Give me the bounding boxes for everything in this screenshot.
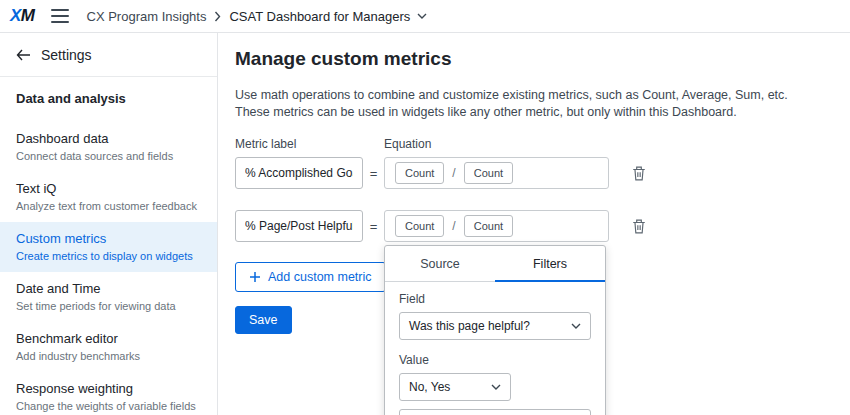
equals-sign: = bbox=[363, 219, 384, 234]
delete-metric-button[interactable] bbox=[630, 217, 648, 236]
settings-label: Settings bbox=[41, 47, 92, 63]
tab-source[interactable]: Source bbox=[385, 246, 495, 281]
popup-body: Field Was this page helpful? Value No, Y… bbox=[385, 282, 605, 415]
metric-label-column-header: Metric label bbox=[235, 137, 384, 151]
sidebar-item-label: Dashboard data bbox=[16, 131, 201, 147]
chevron-down-icon bbox=[491, 384, 501, 390]
sidebar-item-date-and-time[interactable]: Date and Time Set time periods for viewi… bbox=[0, 272, 217, 322]
trash-icon bbox=[632, 219, 646, 234]
value-dropdown-value: No, Yes bbox=[409, 380, 450, 394]
xm-logo-m: M bbox=[21, 6, 35, 25]
metric-label-input[interactable] bbox=[235, 210, 363, 242]
metric-operand-button[interactable]: Count bbox=[464, 215, 513, 237]
tab-filters[interactable]: Filters bbox=[495, 246, 605, 281]
sidebar-item-response-weighting[interactable]: Response weighting Change the weights of… bbox=[0, 372, 217, 415]
sidebar-item-sublabel: Add industry benchmarks bbox=[16, 349, 201, 363]
description-line-1: Use math operations to combine and custo… bbox=[235, 87, 850, 104]
value-label: Value bbox=[399, 353, 591, 367]
column-headers: Metric label Equation bbox=[235, 137, 850, 151]
page-title: Manage custom metrics bbox=[235, 47, 850, 71]
field-dropdown-value: Was this page helpful? bbox=[409, 319, 530, 333]
metric-config-popup: Source Filters Field Was this page helpf… bbox=[384, 245, 606, 415]
sidebar-item-label: Response weighting bbox=[16, 381, 201, 397]
metric-operand-button[interactable]: Count bbox=[464, 162, 513, 184]
back-to-settings[interactable]: Settings bbox=[0, 33, 217, 77]
sidebar-item-label: Custom metrics bbox=[16, 231, 201, 247]
custom-metric-row: = Count / Count bbox=[235, 157, 850, 189]
dashboard-selector[interactable]: CSAT Dashboard for Managers bbox=[229, 9, 427, 24]
field-dropdown[interactable]: Was this page helpful? bbox=[399, 312, 591, 340]
equation-editor[interactable]: Count / Count bbox=[384, 210, 609, 242]
value-dropdown[interactable]: No, Yes bbox=[399, 373, 511, 401]
plus-icon bbox=[249, 271, 261, 283]
settings-sidebar: Settings Data and analysis Dashboard dat… bbox=[0, 33, 218, 415]
add-custom-metric-button[interactable]: Add custom metric bbox=[235, 262, 386, 292]
division-operator: / bbox=[452, 219, 455, 233]
metric-label-input[interactable] bbox=[235, 157, 363, 189]
breadcrumb-app[interactable]: CX Program Insights bbox=[87, 9, 207, 24]
custom-metric-row: = Count / Count bbox=[235, 210, 850, 242]
sidebar-item-sublabel: Connect data sources and fields bbox=[16, 149, 201, 163]
main-content: Manage custom metrics Use math operation… bbox=[218, 33, 850, 415]
page-description: Use math operations to combine and custo… bbox=[235, 87, 850, 121]
sidebar-item-benchmark-editor[interactable]: Benchmark editor Add industry benchmarks bbox=[0, 322, 217, 372]
equation-column-header: Equation bbox=[384, 137, 431, 151]
sidebar-item-text-iq[interactable]: Text iQ Analyze text from customer feedb… bbox=[0, 172, 217, 222]
add-custom-metric-label: Add custom metric bbox=[268, 270, 372, 284]
breadcrumb-page: CSAT Dashboard for Managers bbox=[229, 9, 410, 24]
sidebar-item-sublabel: Change the weights of variable fields bbox=[16, 399, 201, 413]
app-window: XM CX Program Insights CSAT Dashboard fo… bbox=[0, 0, 850, 415]
popup-tabs: Source Filters bbox=[385, 246, 605, 282]
sidebar-item-sublabel: Analyze text from customer feedback bbox=[16, 199, 201, 213]
field-label: Field bbox=[399, 292, 591, 306]
filter-extra-input[interactable] bbox=[399, 409, 591, 415]
division-operator: / bbox=[452, 166, 455, 180]
section-data-and-analysis: Data and analysis bbox=[0, 77, 217, 122]
top-bar: XM CX Program Insights CSAT Dashboard fo… bbox=[0, 0, 850, 33]
back-arrow-icon bbox=[16, 49, 31, 61]
sidebar-item-label: Date and Time bbox=[16, 281, 201, 297]
delete-metric-button[interactable] bbox=[630, 164, 648, 183]
metric-operand-button[interactable]: Count bbox=[395, 162, 444, 184]
equation-editor[interactable]: Count / Count bbox=[384, 157, 609, 189]
menu-icon[interactable] bbox=[51, 9, 69, 23]
sidebar-item-dashboard-data[interactable]: Dashboard data Connect data sources and … bbox=[0, 122, 217, 172]
sidebar-item-sublabel: Create metrics to display on widgets bbox=[16, 249, 201, 263]
description-line-2: These metrics can be used in widgets lik… bbox=[235, 104, 850, 121]
sidebar-item-label: Text iQ bbox=[16, 181, 201, 197]
sidebar-item-custom-metrics[interactable]: Custom metrics Create metrics to display… bbox=[0, 222, 217, 272]
sidebar-item-label: Benchmark editor bbox=[16, 331, 201, 347]
sidebar-item-sublabel: Set time periods for viewing data bbox=[16, 299, 201, 313]
chevron-down-icon bbox=[571, 323, 581, 329]
metric-operand-button[interactable]: Count bbox=[395, 215, 444, 237]
xm-logo[interactable]: XM bbox=[10, 6, 35, 26]
chevron-right-icon bbox=[214, 11, 221, 22]
trash-icon bbox=[632, 166, 646, 181]
xm-logo-x: X bbox=[10, 6, 21, 25]
save-button[interactable]: Save bbox=[235, 306, 292, 334]
chevron-down-icon bbox=[417, 13, 427, 19]
equals-sign: = bbox=[363, 166, 384, 181]
